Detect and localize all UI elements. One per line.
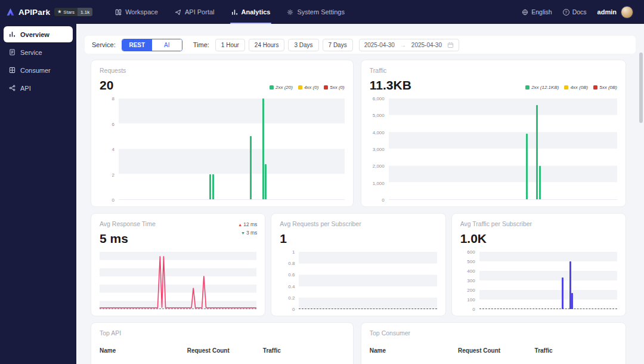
sidebar-item-api[interactable]: API bbox=[4, 80, 73, 96]
nav-item-analytics[interactable]: Analytics bbox=[223, 0, 279, 24]
time-button-7-days[interactable]: 7 Days bbox=[323, 39, 353, 51]
column-header-name: Name bbox=[100, 347, 187, 354]
workspace-icon bbox=[115, 9, 122, 16]
legend-label: 2xx (20) bbox=[275, 85, 293, 90]
column-header-request-count: Request Count bbox=[187, 347, 263, 354]
github-stars-badge[interactable]: ★Stars 1.1k bbox=[54, 8, 92, 16]
avg-response-time-value: 5 ms bbox=[100, 232, 256, 246]
legend-swatch-4xx bbox=[564, 85, 568, 90]
column-header-traffic: Traffic bbox=[535, 347, 617, 354]
vertical-scrollbar-thumb[interactable] bbox=[639, 53, 643, 123]
requests-card: Requests 20 2xx (20) 4xx (0) 5xx (0) 864… bbox=[91, 60, 354, 207]
card-title: Traffic bbox=[370, 67, 617, 74]
top-consumer-card: Top Consumer Name Request Count Traffic bbox=[361, 322, 626, 364]
nav-item-workspace[interactable]: Workspace bbox=[107, 0, 166, 24]
legend-swatch-5xx bbox=[593, 85, 597, 90]
date-range-picker[interactable]: 2025-04-30 → 2025-04-30 bbox=[359, 39, 459, 51]
api-portal-icon bbox=[175, 9, 181, 16]
nav-label: API Portal bbox=[185, 8, 215, 16]
max-response-time: 12 ms bbox=[243, 221, 257, 227]
api-nodes-icon bbox=[9, 85, 16, 91]
legend-item-5xx[interactable]: 5xx (0) bbox=[324, 85, 344, 90]
card-title: Requests bbox=[100, 67, 345, 74]
card-title: Top Consumer bbox=[370, 329, 617, 337]
username: admin bbox=[597, 8, 617, 16]
row-top-tables: Top API Name Request Count Traffic Top C… bbox=[91, 322, 626, 364]
app-name: APIPark bbox=[18, 8, 50, 17]
top-navigation-bar: APIPark ★Stars 1.1k Workspace API Portal… bbox=[0, 0, 644, 24]
nav-label: System Settings bbox=[297, 8, 344, 16]
docs-label: Docs bbox=[572, 8, 587, 16]
arrow-up-icon: ▲ bbox=[238, 223, 242, 227]
date-from: 2025-04-30 bbox=[364, 42, 395, 48]
avatar bbox=[621, 6, 633, 18]
main-nav: Workspace API Portal Analytics System Se… bbox=[107, 0, 353, 24]
time-button-1-hour[interactable]: 1 Hour bbox=[215, 39, 245, 51]
docs-link[interactable]: ? Docs bbox=[563, 8, 587, 16]
globe-icon bbox=[522, 9, 528, 16]
topbar-right: English ? Docs admin bbox=[522, 6, 633, 18]
legend-item-4xx[interactable]: 4xx (0B) bbox=[564, 85, 588, 90]
sidebar-item-overview[interactable]: Overview bbox=[4, 26, 73, 42]
gear-icon bbox=[287, 9, 293, 16]
service-option-ai[interactable]: AI bbox=[152, 39, 182, 51]
nav-label: Analytics bbox=[242, 8, 271, 16]
arrow-down-icon: ▼ bbox=[241, 231, 245, 235]
column-header-name: Name bbox=[370, 347, 458, 354]
sidebar-item-service[interactable]: Service bbox=[4, 44, 73, 60]
requests-legend: 2xx (20) 4xx (0) 5xx (0) bbox=[270, 85, 345, 92]
service-option-rest[interactable]: REST bbox=[122, 39, 152, 51]
legend-item-5xx[interactable]: 5xx (0B) bbox=[593, 85, 617, 90]
help-icon: ? bbox=[563, 9, 569, 16]
sidebar-item-label: Overview bbox=[20, 31, 49, 38]
requests-per-subscriber-chart: 10.80.60.40.20 bbox=[280, 252, 436, 309]
legend-item-2xx[interactable]: 2xx (20) bbox=[270, 85, 293, 90]
top-api-card: Top API Name Request Count Traffic bbox=[91, 322, 354, 364]
app-logo[interactable]: APIPark bbox=[6, 8, 50, 17]
traffic-legend: 2xx (12.1KB) 4xx (0B) 5xx (0B) bbox=[525, 85, 617, 92]
legend-swatch-2xx bbox=[270, 85, 274, 90]
column-header-request-count: Request Count bbox=[458, 347, 535, 354]
sidebar-item-label: Service bbox=[20, 49, 42, 56]
analytics-icon bbox=[231, 9, 238, 16]
requests-bar-chart: 86420 bbox=[100, 98, 345, 200]
apipark-logo-icon bbox=[6, 8, 15, 16]
traffic-bar-chart: 6,0005,0004,0003,0002,0001,0000 bbox=[370, 98, 617, 200]
row-status-charts: Requests 20 2xx (20) 4xx (0) 5xx (0) 864… bbox=[91, 60, 626, 207]
response-time-minmax: ▲12 ms ▼3 ms bbox=[238, 220, 257, 237]
avg-requests-per-subscriber-value: 1 bbox=[280, 232, 436, 246]
filter-bar: Service: REST AI Time: 1 Hour 24 Hours 3… bbox=[85, 36, 636, 54]
legend-swatch-2xx bbox=[525, 85, 530, 90]
service-filter-label: Service: bbox=[92, 41, 116, 48]
card-title: Avg Response Time bbox=[100, 220, 256, 227]
user-menu[interactable]: admin bbox=[597, 6, 633, 18]
language-switcher[interactable]: English bbox=[522, 8, 552, 16]
sidebar-item-label: API bbox=[20, 85, 31, 92]
main-content: Service: REST AI Time: 1 Hour 24 Hours 3… bbox=[76, 24, 644, 364]
traffic-per-subscriber-chart: 6005004003002001000 bbox=[460, 252, 617, 309]
service-segmented-control: REST AI bbox=[122, 39, 182, 51]
time-button-24-hours[interactable]: 24 Hours bbox=[249, 39, 285, 51]
nav-item-system-settings[interactable]: System Settings bbox=[278, 0, 352, 24]
overview-icon bbox=[9, 31, 16, 38]
sidebar-item-label: Consumer bbox=[20, 67, 51, 74]
traffic-total-value: 11.3KB bbox=[370, 78, 411, 92]
legend-item-4xx[interactable]: 4xx (0) bbox=[298, 85, 318, 90]
time-button-3-days[interactable]: 3 Days bbox=[288, 39, 318, 51]
card-title: Avg Traffic per Subscriber bbox=[460, 220, 617, 227]
sidebar: Overview Service Consumer API bbox=[0, 24, 76, 364]
calendar-icon bbox=[447, 42, 454, 48]
legend-item-2xx[interactable]: 2xx (12.1KB) bbox=[525, 85, 559, 90]
service-document-icon bbox=[9, 49, 16, 55]
card-title: Avg Requests per Subscriber bbox=[280, 220, 436, 227]
avg-requests-per-subscriber-card: Avg Requests per Subscriber 1 10.80.60.4… bbox=[271, 213, 445, 316]
stars-count: 1.1k bbox=[78, 8, 92, 16]
sidebar-item-consumer[interactable]: Consumer bbox=[4, 62, 73, 78]
top-api-table-header: Name Request Count Traffic bbox=[100, 347, 345, 354]
date-to: 2025-04-30 bbox=[411, 42, 442, 48]
legend-label: 4xx (0B) bbox=[570, 85, 588, 90]
stars-label: Stars bbox=[63, 10, 75, 15]
legend-swatch-5xx bbox=[324, 85, 328, 90]
nav-item-api-portal[interactable]: API Portal bbox=[166, 0, 223, 24]
legend-label: 2xx (12.1KB) bbox=[531, 85, 559, 90]
